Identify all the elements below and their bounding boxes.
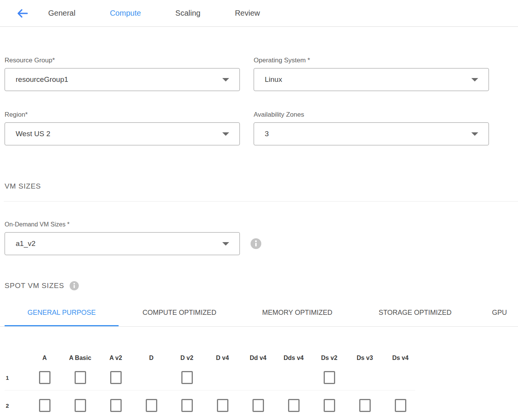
row-index-label: 2 — [5, 402, 27, 409]
vm-size-column-header: A v2 — [98, 354, 134, 362]
vm-size-cell — [240, 399, 276, 412]
vm-size-cell — [240, 371, 276, 384]
vm-size-checkbox[interactable] — [39, 371, 50, 384]
field-operating-system: Operating System * Linux — [254, 57, 489, 91]
field-region: Region* West US 2 — [5, 111, 240, 145]
vm-size-checkbox[interactable] — [146, 399, 157, 412]
availability-zones-value: 3 — [265, 130, 269, 138]
vm-size-checkbox[interactable] — [75, 371, 86, 384]
chevron-down-icon — [471, 132, 478, 136]
spot-vm-sizes-header: SPOT VM SIZES — [5, 281, 513, 290]
chevron-down-icon — [222, 242, 229, 246]
chevron-down-icon — [222, 78, 229, 81]
vm-size-column-header: Ds v2 — [311, 354, 347, 362]
chevron-down-icon — [471, 78, 478, 81]
vm-size-cell — [27, 371, 62, 384]
resource-group-select[interactable]: resourceGroup1 — [5, 68, 240, 91]
vm-size-cell — [311, 399, 347, 412]
chevron-down-icon — [222, 132, 229, 136]
vm-sizes-section-title: VM SIZES — [5, 182, 513, 190]
vm-size-checkbox[interactable] — [181, 399, 193, 412]
field-resource-group: Resource Group* resourceGroup1 — [5, 57, 240, 91]
operating-system-select[interactable]: Linux — [254, 68, 489, 91]
step-scaling[interactable]: Scaling — [175, 9, 200, 18]
availability-zones-select[interactable]: 3 — [254, 122, 489, 145]
vm-size-checkbox[interactable] — [181, 371, 193, 384]
row-index-label: 1 — [5, 374, 27, 381]
vm-size-column-header: D — [134, 354, 169, 362]
vm-size-cell — [62, 371, 98, 384]
vm-size-checkbox[interactable] — [39, 399, 50, 412]
vm-size-table-header: AA BasicA v2DD v2D v4Dd v4Dds v4Ds v2Ds … — [5, 354, 518, 362]
operating-system-label: Operating System * — [254, 57, 489, 64]
step-navigation-bar: General Compute Scaling Review — [0, 0, 518, 27]
vm-size-cell — [98, 371, 134, 384]
vm-size-checkbox[interactable] — [324, 399, 335, 412]
table-row: 2 — [5, 399, 518, 412]
on-demand-vm-sizes-label: On-Demand VM Sizes * — [5, 221, 513, 228]
vm-size-cell — [27, 399, 62, 412]
region-value: West US 2 — [16, 130, 50, 138]
section-divider — [4, 201, 518, 202]
spot-vm-sizes-section-title: SPOT VM SIZES — [5, 281, 64, 290]
on-demand-vm-sizes-select[interactable]: a1_v2 — [5, 232, 240, 255]
operating-system-value: Linux — [265, 75, 282, 84]
vm-size-checkbox[interactable] — [324, 371, 335, 384]
step-general[interactable]: General — [48, 9, 75, 18]
vm-size-column-header: D v4 — [205, 354, 240, 362]
vm-size-column-header: D v2 — [169, 354, 205, 362]
tab-general-purpose[interactable]: GENERAL PURPOSE — [5, 306, 119, 327]
vm-size-cell — [169, 371, 205, 384]
tab-gpu[interactable]: GPU — [492, 306, 507, 327]
region-label: Region* — [5, 111, 240, 119]
info-icon[interactable] — [70, 281, 79, 290]
resource-group-label: Resource Group* — [5, 57, 240, 64]
vm-size-checkbox[interactable] — [110, 399, 122, 412]
vm-size-checkbox[interactable] — [288, 399, 300, 412]
vm-size-checkbox[interactable] — [75, 399, 86, 412]
vm-size-cell — [205, 399, 240, 412]
vm-size-checkbox[interactable] — [359, 399, 371, 412]
vm-size-cell — [383, 399, 418, 412]
vm-size-cell — [311, 371, 347, 384]
vm-size-cell — [276, 371, 311, 384]
vm-size-cell — [205, 371, 240, 384]
vm-size-checkbox[interactable] — [110, 371, 122, 384]
vm-size-cell — [347, 371, 383, 384]
step-compute[interactable]: Compute — [110, 9, 141, 18]
vm-size-cell — [134, 399, 169, 412]
vm-size-column-header: A Basic — [62, 354, 98, 362]
compute-form: Resource Group* resourceGroup1 Operating… — [5, 57, 513, 145]
vm-size-column-header: A — [27, 354, 62, 362]
tab-compute-optimized[interactable]: COMPUTE OPTIMIZED — [122, 306, 236, 327]
availability-zones-label: Availability Zones — [254, 111, 489, 119]
resource-group-value: resourceGroup1 — [16, 75, 68, 84]
vm-size-column-header: Dds v4 — [276, 354, 311, 362]
spot-vm-size-table: AA BasicA v2DD v2D v4Dd v4Dds v4Ds v2Ds … — [5, 354, 518, 412]
tab-memory-optimized[interactable]: MEMORY OPTIMIZED — [240, 306, 354, 327]
on-demand-vm-sizes-value: a1_v2 — [16, 239, 36, 248]
on-demand-row: a1_v2 — [5, 232, 518, 255]
vm-size-cell — [62, 399, 98, 412]
region-select[interactable]: West US 2 — [5, 122, 240, 145]
vm-size-cell — [134, 371, 169, 384]
info-icon[interactable] — [251, 238, 261, 249]
vm-size-cell — [98, 399, 134, 412]
wizard-steps: General Compute Scaling Review — [48, 9, 260, 18]
vm-size-cell — [276, 399, 311, 412]
vm-size-checkbox[interactable] — [252, 399, 264, 412]
vm-size-cell — [169, 399, 205, 412]
vm-size-checkbox[interactable] — [395, 399, 406, 412]
field-availability-zones: Availability Zones 3 — [254, 111, 489, 145]
back-arrow-icon[interactable] — [15, 6, 30, 21]
step-review[interactable]: Review — [235, 9, 260, 18]
vm-size-checkbox[interactable] — [217, 399, 228, 412]
spot-category-tabs: GENERAL PURPOSE COMPUTE OPTIMIZED MEMORY… — [0, 306, 518, 327]
vm-size-column-header: Ds v3 — [347, 354, 383, 362]
vm-size-column-header: Dd v4 — [240, 354, 276, 362]
vm-size-cell — [347, 399, 383, 412]
tab-storage-optimized[interactable]: STORAGE OPTIMIZED — [358, 306, 472, 327]
vm-size-cell — [383, 371, 418, 384]
vm-size-column-header: Ds v4 — [383, 354, 418, 362]
table-row: 1 — [5, 371, 518, 384]
